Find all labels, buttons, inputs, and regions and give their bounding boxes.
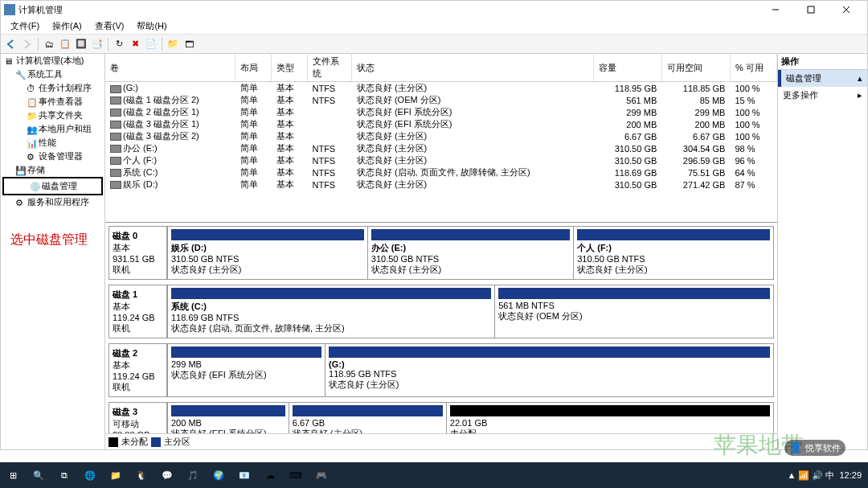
legend-primary-icon: [151, 437, 161, 447]
partition[interactable]: 系统 (C:)118.69 GB NTFS状态良好 (启动, 页面文件, 故障转…: [167, 285, 494, 338]
highlighted-tree-item: 💿磁盘管理: [2, 177, 103, 195]
table-row[interactable]: 娱乐 (D:)简单基本NTFS状态良好 (主分区)310.50 GB271.42…: [105, 178, 777, 191]
table-row[interactable]: 系统 (C:)简单基本NTFS状态良好 (启动, 页面文件, 故障转储, 主分区…: [105, 166, 777, 178]
watermark-source: 👤 悦享软件: [784, 440, 845, 456]
col-volume[interactable]: 卷: [105, 54, 235, 82]
tree-item-event[interactable]: 📋事件查看器: [1, 95, 104, 109]
toolbar-icon[interactable]: 📑: [90, 37, 104, 51]
table-row[interactable]: (磁盘 2 磁盘分区 1)简单基本状态良好 (EFI 系统分区)299 MB29…: [105, 106, 777, 118]
table-row[interactable]: (磁盘 1 磁盘分区 2)简单基本NTFS状态良好 (OEM 分区)561 MB…: [105, 94, 777, 106]
disk-info[interactable]: 磁盘 0基本931.51 GB联机: [109, 227, 167, 279]
tree-sys-tools[interactable]: 🔧系统工具: [1, 68, 104, 81]
disk-info[interactable]: 磁盘 3可移动28.88 GB联机: [109, 403, 167, 433]
forward-icon[interactable]: [20, 37, 35, 51]
legend: 未分配 主分区: [105, 433, 777, 449]
actions-diskmgmt[interactable]: 磁盘管理▴: [778, 70, 867, 87]
table-row[interactable]: 办公 (E:)简单基本NTFS状态良好 (主分区)310.50 GB304.54…: [105, 142, 777, 154]
menu-view[interactable]: 查看(V): [88, 18, 131, 34]
tree-item-task[interactable]: ⏱任务计划程序: [1, 81, 104, 95]
tree-item-perf[interactable]: 📊性能: [1, 136, 104, 150]
toolbar: 🗂 📋 🔲 📑 ↻ ✖ 📄 📁 🗔: [1, 35, 867, 54]
legend-unalloc-icon: [108, 437, 118, 447]
taskbar[interactable]: ⊞ 🔍 ⧉ 🌐 📁 🐧 💬 🎵 🌍 📧 ☁ ⌨ 🎮 ▲ 📶 🔊 中 12:29: [0, 462, 868, 488]
col-cap[interactable]: 容量: [593, 54, 661, 82]
taskbar-app[interactable]: 🌐: [77, 464, 103, 486]
menu-action[interactable]: 操作(A): [46, 18, 88, 34]
table-row[interactable]: (磁盘 3 磁盘分区 2)简单基本状态良好 (主分区)6.67 GB6.67 G…: [105, 130, 777, 142]
table-row[interactable]: (磁盘 3 磁盘分区 1)简单基本状态良好 (EFI 系统分区)200 MB20…: [105, 118, 777, 130]
taskbar-app[interactable]: 📁: [103, 464, 129, 486]
tree-item-diskmgmt[interactable]: 💿磁盘管理: [4, 179, 101, 193]
col-layout[interactable]: 布局: [235, 54, 272, 82]
taskbar-app[interactable]: 📧: [231, 464, 257, 486]
disk-info[interactable]: 磁盘 2基本119.24 GB联机: [109, 344, 167, 396]
toolbar-icon[interactable]: 📄: [144, 37, 158, 51]
back-icon[interactable]: [4, 37, 18, 51]
taskbar-app[interactable]: 🎵: [180, 464, 206, 486]
col-free[interactable]: 可用空间: [661, 54, 730, 82]
tree-item-shared[interactable]: 📁共享文件夹: [1, 109, 104, 122]
tree-panel: 🖥计算机管理(本地) 🔧系统工具 ⏱任务计划程序 📋事件查看器 📁共享文件夹 👥…: [1, 54, 105, 449]
annotation-text: 选中磁盘管理: [10, 232, 104, 248]
chevron-right-icon: ▸: [858, 90, 862, 100]
partition[interactable]: 22.01 GB未分配: [446, 403, 773, 433]
col-pct[interactable]: % 可用: [730, 54, 776, 82]
menu-file[interactable]: 文件(F): [4, 18, 46, 34]
partition[interactable]: 200 MB状态良好 (EFI 系统分区): [167, 403, 289, 433]
start-button[interactable]: ⊞: [0, 464, 26, 486]
table-row[interactable]: 个人 (F:)简单基本NTFS状态良好 (主分区)310.50 GB296.59…: [105, 154, 777, 166]
volume-table-area: 卷 布局 类型 文件系统 状态 容量 可用空间 % 可用 (G:)简单基本NTF…: [105, 54, 777, 223]
menubar: 文件(F) 操作(A) 查看(V) 帮助(H): [1, 18, 867, 35]
volume-table[interactable]: 卷 布局 类型 文件系统 状态 容量 可用空间 % 可用 (G:)简单基本NTF…: [105, 54, 777, 191]
partition[interactable]: (G:)118.95 GB NTFS状态良好 (主分区): [325, 344, 773, 396]
taskbar-app[interactable]: 🎮: [309, 464, 334, 486]
tree-item-users[interactable]: 👥本地用户和组: [1, 122, 104, 136]
partition[interactable]: 561 MB NTFS状态良好 (OEM 分区): [494, 285, 773, 338]
tree-root[interactable]: 🖥计算机管理(本地): [1, 54, 104, 68]
taskbar-app[interactable]: ☁: [257, 464, 283, 486]
system-tray[interactable]: ▲ 📶 🔊 中 12:29: [787, 470, 868, 482]
partition[interactable]: 办公 (E:)310.50 GB NTFS状态良好 (主分区): [367, 227, 573, 279]
toolbar-icon[interactable]: 🔲: [74, 37, 88, 51]
partition[interactable]: 6.67 GB状态良好 (主分区): [289, 403, 446, 433]
delete-icon[interactable]: ✖: [128, 37, 142, 51]
taskbar-app[interactable]: 🌍: [206, 464, 231, 486]
refresh-icon[interactable]: ↻: [112, 37, 126, 51]
tree-item-storage[interactable]: 💾存储: [1, 163, 104, 177]
legend-primary: 主分区: [164, 436, 190, 448]
menu-help[interactable]: 帮助(H): [130, 18, 173, 34]
partition[interactable]: 娱乐 (D:)310.50 GB NTFS状态良好 (主分区): [167, 227, 367, 279]
tree-item-devmgr[interactable]: ⚙设备管理器: [1, 150, 104, 163]
disk-row: 磁盘 0基本931.51 GB联机娱乐 (D:)310.50 GB NTFS状态…: [108, 226, 774, 280]
minimize-button[interactable]: [758, 2, 793, 18]
toolbar-icon[interactable]: 📋: [58, 37, 72, 51]
maximize-button[interactable]: [793, 2, 829, 18]
tree-item-services[interactable]: ⚙服务和应用程序: [1, 195, 104, 209]
app-icon: [4, 4, 15, 15]
toolbar-icon[interactable]: 📁: [166, 37, 180, 51]
titlebar[interactable]: 计算机管理: [1, 1, 867, 18]
partition[interactable]: 299 MB状态良好 (EFI 系统分区): [167, 344, 325, 396]
table-row[interactable]: (G:)简单基本NTFS状态良好 (主分区)118.95 GB118.85 GB…: [105, 82, 777, 95]
partition[interactable]: 个人 (F:)310.50 GB NTFS状态良好 (主分区): [573, 227, 773, 279]
col-fs[interactable]: 文件系统: [307, 54, 351, 82]
taskbar-app[interactable]: ⌨: [283, 464, 309, 486]
collapse-icon: ▴: [858, 73, 862, 84]
disk-management-window: 计算机管理 文件(F) 操作(A) 查看(V) 帮助(H) 🗂 📋 🔲 📑 ↻ …: [0, 0, 868, 450]
col-type[interactable]: 类型: [272, 54, 308, 82]
legend-unalloc: 未分配: [121, 436, 148, 448]
tray-icons[interactable]: ▲ 📶 🔊 中: [787, 470, 834, 482]
actions-panel: 操作 磁盘管理▴ 更多操作▸: [777, 54, 867, 449]
clock[interactable]: 12:29: [839, 470, 862, 480]
taskbar-app[interactable]: 🐧: [129, 464, 154, 486]
taskview-icon[interactable]: ⧉: [51, 464, 77, 486]
toolbar-icon[interactable]: 🗂: [42, 37, 56, 51]
disk-row: 磁盘 2基本119.24 GB联机299 MB状态良好 (EFI 系统分区)(G…: [108, 343, 774, 397]
close-button[interactable]: [829, 2, 864, 18]
toolbar-icon[interactable]: 🗔: [182, 37, 196, 51]
taskbar-app[interactable]: 💬: [154, 464, 180, 486]
actions-more[interactable]: 更多操作▸: [778, 87, 867, 104]
disk-info[interactable]: 磁盘 1基本119.24 GB联机: [109, 285, 167, 338]
search-icon[interactable]: 🔍: [26, 464, 51, 486]
col-status[interactable]: 状态: [352, 54, 593, 82]
